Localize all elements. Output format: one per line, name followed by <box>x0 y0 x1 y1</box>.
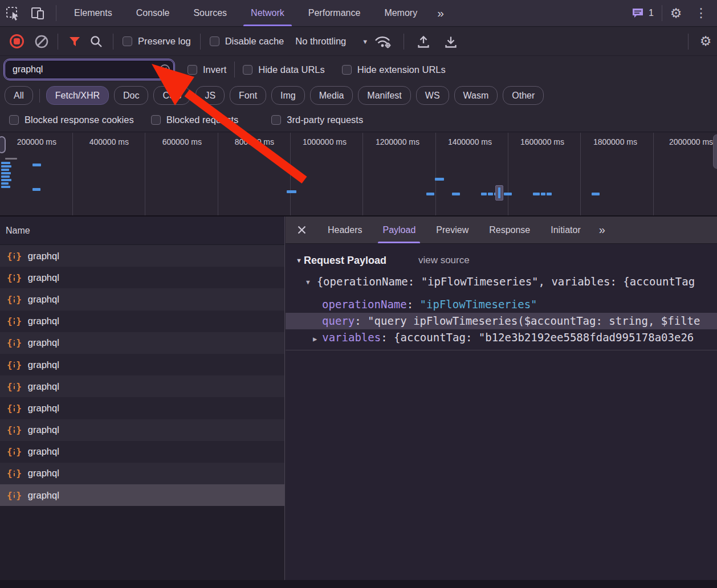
filter-funnel-icon[interactable] <box>64 27 85 55</box>
json-request-icon: {} <box>7 446 22 457</box>
record-network-log-icon[interactable] <box>10 34 24 48</box>
request-row[interactable]: {}graphql <box>0 397 284 419</box>
waterfall-bar <box>1 179 11 181</box>
more-tabs-icon[interactable]: » <box>429 6 451 20</box>
expand-variables-icon: ▶ <box>313 331 317 346</box>
chip-img[interactable]: Img <box>271 86 305 105</box>
divider <box>662 5 662 21</box>
tab-network[interactable]: Network <box>239 0 296 26</box>
export-har-icon[interactable] <box>437 27 465 55</box>
hide-extension-urls-checkbox[interactable]: Hide extension URLs <box>342 64 446 75</box>
kebab-menu-icon[interactable]: ⋮ <box>690 2 712 24</box>
chip-other[interactable]: Other <box>503 86 544 105</box>
request-row[interactable]: {}graphql <box>0 354 284 375</box>
payload-row-variables[interactable]: ▶variables: {accountTag: "b12e3b2192ee55… <box>286 329 717 346</box>
chip-ws[interactable]: WS <box>416 86 449 105</box>
chip-font[interactable]: Font <box>230 86 266 105</box>
request-row[interactable]: {}graphql <box>0 419 284 441</box>
timeline-tick: 1800000 ms <box>580 137 645 149</box>
timeline-tick: 1200000 ms <box>362 137 427 149</box>
tab-headers[interactable]: Headers <box>317 217 372 243</box>
waterfall-bar <box>547 193 552 195</box>
tab-performance[interactable]: Performance <box>296 0 373 26</box>
invert-checkbox[interactable]: Invert <box>188 64 226 75</box>
collapse-section-icon[interactable]: ▼ <box>296 257 302 264</box>
divider <box>39 89 40 103</box>
payload-object-summary[interactable]: ▼{operationName: "ipFlowTimeseries", var… <box>286 273 717 289</box>
tab-sources[interactable]: Sources <box>181 0 239 26</box>
issues-count: 1 <box>649 8 654 18</box>
tab-payload[interactable]: Payload <box>372 217 426 243</box>
disable-cache-checkbox[interactable]: Disable cache <box>210 36 284 47</box>
settings-gear-icon[interactable]: ⚙ <box>665 2 687 24</box>
third-party-requests-checkbox[interactable]: 3rd-party requests <box>271 115 363 125</box>
waterfall-bar <box>504 193 512 195</box>
chip-manifest[interactable]: Manifest <box>358 86 410 105</box>
resource-type-chips: All Fetch/XHR Doc CSS JS Font Img Media … <box>0 83 717 108</box>
preserve-log-checkbox[interactable]: Preserve log <box>123 36 191 47</box>
throttling-select[interactable]: No throttling ▼ <box>295 36 368 47</box>
chip-js[interactable]: JS <box>195 86 225 105</box>
search-icon[interactable] <box>85 27 107 55</box>
request-row[interactable]: {}graphql <box>0 375 284 397</box>
payload-row-operation-name[interactable]: operationName: "ipFlowTimeseries" <box>286 296 717 313</box>
request-row[interactable]: {}graphql <box>0 288 284 310</box>
filter-input-box <box>5 60 174 79</box>
tab-preview[interactable]: Preview <box>426 217 479 243</box>
request-row[interactable]: {}graphql <box>0 245 284 267</box>
checkbox <box>123 36 132 46</box>
tab-memory[interactable]: Memory <box>372 0 429 26</box>
request-row[interactable]: {}graphql <box>0 267 284 288</box>
tab-console[interactable]: Console <box>124 0 182 26</box>
detail-tab-bar: Headers Payload Preview Response Initiat… <box>286 217 717 244</box>
json-request-icon: {} <box>7 294 22 305</box>
name-column-header[interactable]: Name <box>0 217 284 245</box>
clear-network-log-icon[interactable] <box>31 27 52 55</box>
blocked-requests-checkbox[interactable]: Blocked requests <box>151 115 239 125</box>
clear-filter-icon[interactable] <box>156 64 173 75</box>
network-overview-timeline[interactable]: 200000 ms 400000 ms 600000 ms 800000 ms … <box>0 133 717 217</box>
payload-section-title: Request Payload <box>304 255 386 267</box>
issues-button[interactable]: 1 <box>626 7 659 19</box>
filter-input[interactable] <box>5 64 156 75</box>
request-row[interactable]: {}graphql <box>0 441 284 463</box>
checkbox <box>243 65 252 75</box>
close-detail-icon[interactable] <box>286 217 317 243</box>
request-row-selected[interactable]: {}graphql <box>0 484 284 506</box>
overview-scroll-handle[interactable] <box>713 134 717 169</box>
waterfall-bar <box>1 175 10 178</box>
request-row[interactable]: {}graphql <box>0 463 284 484</box>
chip-doc[interactable]: Doc <box>114 86 148 105</box>
message-bubble-icon <box>632 7 645 19</box>
import-har-icon[interactable] <box>410 27 437 55</box>
network-conditions-icon[interactable] <box>368 27 398 55</box>
overview-grip-handle[interactable] <box>0 136 6 153</box>
more-detail-tabs-icon[interactable]: » <box>591 223 612 236</box>
chip-css[interactable]: CSS <box>153 86 190 105</box>
json-request-icon: {} <box>7 381 22 392</box>
request-row[interactable]: {}graphql <box>0 311 284 332</box>
tab-response[interactable]: Response <box>479 217 540 243</box>
inspect-element-icon[interactable] <box>0 0 25 26</box>
checkbox <box>342 65 352 75</box>
chip-wasm[interactable]: Wasm <box>454 86 498 105</box>
requests-pane: Name {}graphql {}graphql {}graphql {}gra… <box>0 217 285 580</box>
chip-media[interactable]: Media <box>310 86 353 105</box>
divider <box>56 5 56 21</box>
chip-fetch-xhr[interactable]: Fetch/XHR <box>46 86 109 105</box>
json-request-icon: {} <box>7 403 22 414</box>
json-request-icon: {} <box>7 360 22 370</box>
chip-all[interactable]: All <box>5 86 33 105</box>
payload-row-query[interactable]: query: "query ipFlowTimeseries($accountT… <box>286 313 717 329</box>
tab-initiator[interactable]: Initiator <box>540 217 590 243</box>
network-settings-gear-icon[interactable]: ⚙ <box>694 30 717 53</box>
timeline-tick: 1000000 ms <box>290 137 355 149</box>
filter-row: Invert Hide data URLs Hide extension URL… <box>0 56 717 83</box>
request-row[interactable]: {}graphql <box>0 332 284 354</box>
blocked-response-cookies-checkbox[interactable]: Blocked response cookies <box>9 115 134 125</box>
hide-data-urls-checkbox[interactable]: Hide data URLs <box>243 64 324 75</box>
json-request-icon: {} <box>7 337 22 348</box>
view-source-link[interactable]: view source <box>418 255 470 266</box>
device-toolbar-icon[interactable] <box>25 0 50 26</box>
tab-elements[interactable]: Elements <box>62 0 124 26</box>
